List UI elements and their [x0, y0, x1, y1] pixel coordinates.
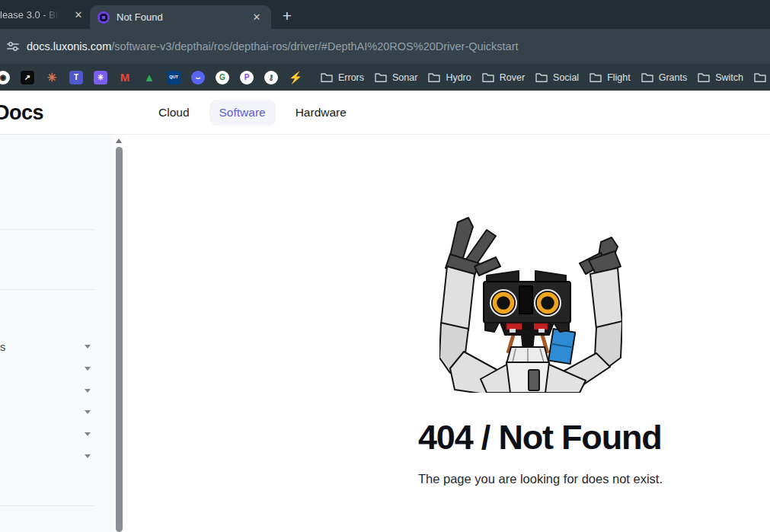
scrollbar-thumb[interactable]	[116, 147, 123, 532]
bookmark-folder[interactable]: Social	[535, 72, 579, 83]
folder-icon	[482, 72, 494, 82]
folder-icon	[589, 72, 602, 82]
browser-window: lease 3.0 - Blog ✕ Not Found ✕ + docs.lu…	[0, 0, 770, 532]
tab-release-blog[interactable]: lease 3.0 - Blog ✕	[0, 0, 85, 29]
drive-icon[interactable]: ▲	[142, 71, 156, 84]
site-settings-icon[interactable]	[4, 37, 22, 56]
folder-icon	[428, 72, 440, 82]
site-header: Docs Cloud Software Hardware	[0, 91, 770, 135]
bookmark-folder-label: Errors	[338, 72, 364, 83]
gmail-icon[interactable]: M	[118, 71, 132, 84]
teams-icon[interactable]: T	[69, 71, 83, 84]
bookmark-folder[interactable]	[754, 72, 770, 82]
bookmark-folder-list: Errors Sonar Hydro	[321, 72, 770, 83]
sidebar-item-label[interactable]: s	[0, 341, 5, 353]
new-tab-button[interactable]: +	[276, 5, 299, 27]
passwords-icon[interactable]: ⚷	[264, 71, 278, 84]
github-icon[interactable]: ◉	[0, 71, 10, 84]
sidebar: s	[0, 135, 114, 532]
page-title: 404 / Not Found	[418, 418, 662, 457]
robot-illustration	[439, 216, 622, 393]
discord-icon[interactable]: ⌣	[191, 71, 205, 84]
bookmarks-bar: ◉ ↗ ✳ T ✳ M ▲ QUT ⌣ G P ⚷ ⚡ Errors	[0, 64, 770, 91]
bookmark-folder[interactable]: Grants	[641, 72, 688, 83]
scroll-up-arrow-icon[interactable]	[116, 139, 122, 143]
site-nav: Cloud Software Hardware	[149, 91, 356, 135]
sidebar-divider	[0, 289, 95, 290]
folder-icon	[754, 72, 766, 82]
sidebar-divider	[0, 229, 95, 230]
url-domain: docs.luxonis.com	[27, 40, 111, 53]
purple-p-icon[interactable]: P	[240, 71, 254, 84]
folder-icon	[641, 72, 653, 82]
bookmark-folder-label: Grants	[659, 72, 688, 83]
folder-icon	[321, 72, 333, 82]
bookmark-folder-label: Hydro	[446, 72, 471, 83]
sidebar-scrollbar[interactable]	[114, 135, 123, 532]
tab-strip: lease 3.0 - Blog ✕ Not Found ✕ +	[0, 0, 770, 29]
folder-icon	[375, 72, 387, 82]
close-icon[interactable]: ✕	[72, 8, 85, 21]
chevron-down-icon[interactable]	[85, 345, 91, 349]
bookmark-folder[interactable]: Switch	[698, 72, 743, 83]
spark-icon[interactable]: ⚡	[289, 71, 302, 84]
green-app-icon[interactable]: G	[216, 71, 229, 84]
bookmark-folder-label: Rover	[500, 72, 525, 83]
bookmark-folder[interactable]: Flight	[589, 72, 631, 83]
folder-icon	[698, 72, 710, 82]
chevron-down-icon[interactable]	[85, 367, 91, 371]
address-bar[interactable]: docs.luxonis.com/software-v3/depthai/ros…	[27, 40, 519, 53]
tab-not-found[interactable]: Not Found ✕	[90, 5, 271, 29]
tab-title: Not Found	[117, 11, 163, 23]
page-message: The page you are looking for does not ex…	[418, 472, 663, 486]
chevron-down-icon[interactable]	[85, 410, 91, 414]
chevron-down-icon[interactable]	[85, 389, 91, 393]
url-path: /software-v3/depthai/ros/depthai-ros/dri…	[111, 40, 518, 53]
nav-cloud[interactable]: Cloud	[149, 100, 200, 126]
nav-software[interactable]: Software	[209, 100, 276, 126]
claude-icon[interactable]: ✳	[45, 71, 59, 84]
asterisk-app-icon[interactable]: ✳	[94, 71, 107, 84]
bookmark-folder[interactable]: Sonar	[375, 72, 417, 83]
bookmark-folder-label: Switch	[715, 72, 743, 83]
bookmark-folder-label: Flight	[607, 72, 631, 83]
bookmark-folder-label: Social	[553, 72, 579, 83]
address-toolbar: docs.luxonis.com/software-v3/depthai/ros…	[0, 29, 770, 64]
tab-title: lease 3.0 - Blog	[0, 9, 59, 21]
qut-icon[interactable]: QUT	[167, 71, 181, 84]
capture-icon[interactable]: ↗	[21, 71, 34, 84]
close-icon[interactable]: ✕	[250, 11, 264, 24]
folder-icon	[535, 72, 548, 82]
bookmark-folder[interactable]: Hydro	[428, 72, 471, 83]
bookmark-folder[interactable]: Errors	[321, 72, 364, 83]
bookmark-folder-label: Sonar	[392, 72, 417, 83]
bookmark-folder[interactable]: Rover	[482, 72, 525, 83]
chevron-down-icon[interactable]	[85, 432, 91, 436]
chevron-down-icon[interactable]	[85, 454, 91, 458]
nav-hardware[interactable]: Hardware	[286, 100, 356, 126]
luxonis-favicon-icon	[97, 11, 110, 24]
sidebar-divider	[0, 505, 95, 506]
docs-logo[interactable]: Docs	[0, 101, 43, 125]
